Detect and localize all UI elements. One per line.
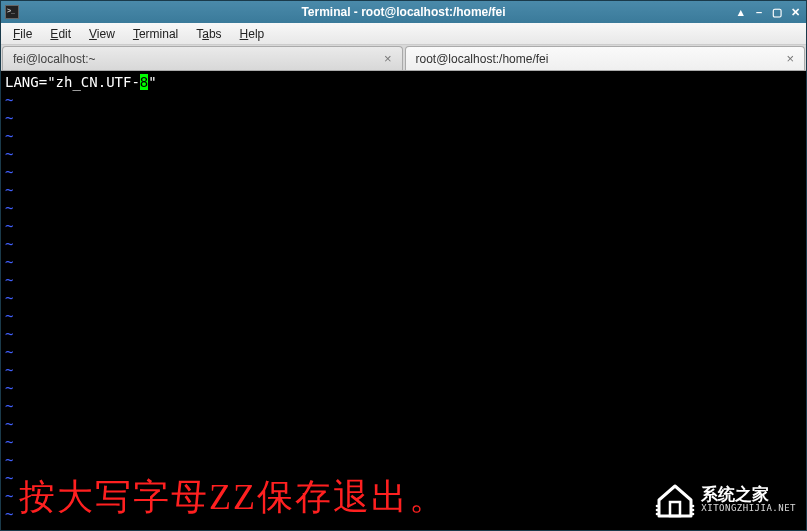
- editor-tilde-line: ~: [5, 163, 802, 181]
- editor-tilde-line: ~: [5, 127, 802, 145]
- editor-tilde-line: ~: [5, 487, 802, 505]
- terminal-app-icon: [5, 5, 19, 19]
- terminal-viewport[interactable]: LANG="zh_CN.UTF-8" ~~~~~~~~~~~~~~~~~~~~~…: [1, 71, 806, 530]
- editor-line-1: LANG="zh_CN.UTF-8": [5, 73, 802, 91]
- editor-tilde-line: ~: [5, 217, 802, 235]
- menu-edit[interactable]: Edit: [42, 25, 79, 43]
- tab-2[interactable]: root@localhost:/home/fei ×: [405, 46, 806, 70]
- menu-help[interactable]: Help: [232, 25, 273, 43]
- editor-tilde-line: ~: [5, 397, 802, 415]
- editor-tilde-line: ~: [5, 109, 802, 127]
- editor-tilde-line: ~: [5, 451, 802, 469]
- minimize-button[interactable]: –: [752, 5, 766, 19]
- editor-tilde-line: ~: [5, 199, 802, 217]
- editor-empty-lines: ~~~~~~~~~~~~~~~~~~~~~~~~: [5, 91, 802, 523]
- shade-button[interactable]: ▴: [734, 5, 748, 19]
- editor-tilde-line: ~: [5, 379, 802, 397]
- editor-tilde-line: ~: [5, 361, 802, 379]
- editor-tilde-line: ~: [5, 289, 802, 307]
- titlebar[interactable]: Terminal - root@localhost:/home/fei ▴ – …: [1, 1, 806, 23]
- editor-tilde-line: ~: [5, 505, 802, 523]
- menu-terminal[interactable]: Terminal: [125, 25, 186, 43]
- maximize-button[interactable]: ▢: [770, 5, 784, 19]
- menu-view[interactable]: View: [81, 25, 123, 43]
- editor-tilde-line: ~: [5, 145, 802, 163]
- editor-tilde-line: ~: [5, 433, 802, 451]
- tab-1-label: fei@localhost:~: [13, 52, 96, 66]
- menubar: File Edit View Terminal Tabs Help: [1, 23, 806, 45]
- app-window: Terminal - root@localhost:/home/fei ▴ – …: [0, 0, 807, 531]
- close-button[interactable]: ✕: [788, 5, 802, 19]
- editor-tilde-line: ~: [5, 235, 802, 253]
- tab-2-label: root@localhost:/home/fei: [416, 52, 549, 66]
- editor-tilde-line: ~: [5, 343, 802, 361]
- window-controls: ▴ – ▢ ✕: [734, 5, 802, 19]
- editor-tilde-line: ~: [5, 181, 802, 199]
- editor-tilde-line: ~: [5, 91, 802, 109]
- editor-tilde-line: ~: [5, 469, 802, 487]
- editor-tilde-line: ~: [5, 415, 802, 433]
- menu-tabs[interactable]: Tabs: [188, 25, 229, 43]
- tab-2-close-icon[interactable]: ×: [784, 51, 796, 66]
- tab-1[interactable]: fei@localhost:~ ×: [2, 46, 403, 70]
- editor-tilde-line: ~: [5, 253, 802, 271]
- editor-tilde-line: ~: [5, 271, 802, 289]
- editor-tilde-line: ~: [5, 307, 802, 325]
- editor-tilde-line: ~: [5, 325, 802, 343]
- tabbar: fei@localhost:~ × root@localhost:/home/f…: [1, 45, 806, 71]
- window-title: Terminal - root@localhost:/home/fei: [1, 5, 806, 19]
- tab-1-close-icon[interactable]: ×: [382, 51, 394, 66]
- menu-file[interactable]: File: [5, 25, 40, 43]
